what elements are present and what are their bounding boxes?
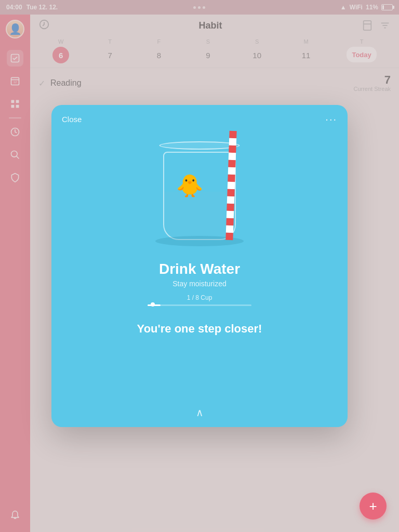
straw-seg [229, 153, 236, 160]
progress-label: 1 / 8 Cup [187, 294, 212, 301]
modal-progress: 1 / 8 Cup [148, 294, 251, 308]
straw-seg [227, 204, 234, 211]
glass-rim [159, 141, 240, 150]
modal-more-button[interactable]: ··· [325, 113, 337, 125]
straw-seg [228, 167, 235, 175]
modal-subtitle: Stay moisturized [172, 280, 226, 288]
straw-seg [228, 160, 235, 167]
drink-water-modal: Close ··· [51, 105, 348, 427]
modal-chevron-icon[interactable]: ∧ [196, 406, 204, 419]
straw-seg [226, 218, 233, 225]
straw-seg [227, 196, 234, 204]
progress-bar [148, 304, 251, 306]
modal-overlay: Close ··· [0, 0, 399, 532]
modal-top-bar: Close ··· [51, 105, 348, 134]
modal-title: Drink Water [159, 261, 240, 277]
modal-close-button[interactable]: Close [62, 115, 82, 124]
progress-dot [151, 302, 155, 307]
straw-seg [225, 233, 233, 240]
fab-icon: + [369, 498, 377, 514]
duck-illustration: 🐥 [176, 173, 203, 198]
fab-add-button[interactable]: + [360, 493, 387, 520]
straw-seg [229, 131, 236, 138]
straw-seg [229, 145, 236, 153]
illustration-area: 🐥 [142, 131, 257, 250]
modal-motivational: You're one step closer! [137, 322, 262, 336]
straw-seg [228, 175, 235, 182]
straw-seg [226, 225, 233, 233]
straw-seg [229, 138, 236, 145]
straw-seg [227, 189, 234, 196]
straw-seg [228, 182, 235, 189]
glass-water [164, 192, 235, 239]
straw-seg [227, 211, 234, 218]
